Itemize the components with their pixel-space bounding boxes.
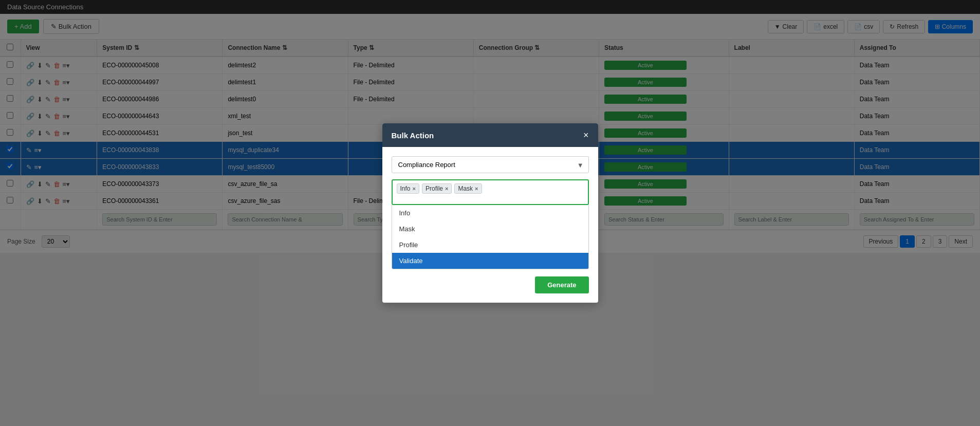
tag-remove-mask[interactable]: ×	[475, 186, 478, 192]
dropdown-item-info[interactable]: Info	[392, 205, 588, 221]
tag-label: Info	[400, 185, 411, 192]
modal-overlay: Bulk Action × Compliance Report ▼ Info ×…	[0, 0, 980, 253]
tags-input[interactable]: Info ×Profile ×Mask ×	[392, 179, 589, 205]
modal-header: Bulk Action ×	[382, 123, 598, 147]
modal-title: Bulk Action	[392, 131, 434, 140]
tag-remove-profile[interactable]: ×	[445, 186, 448, 192]
tag-remove-info[interactable]: ×	[413, 186, 416, 192]
report-type-select[interactable]: Compliance Report	[392, 156, 589, 173]
bulk-action-modal: Bulk Action × Compliance Report ▼ Info ×…	[382, 123, 598, 253]
tag-label: Profile	[426, 185, 443, 192]
modal-body: Compliance Report ▼ Info ×Profile ×Mask …	[382, 147, 598, 253]
dropdown-list: InfoMaskProfileValidate	[392, 205, 589, 253]
report-type-select-wrapper: Compliance Report ▼	[392, 156, 589, 173]
modal-close-button[interactable]: ×	[583, 131, 589, 140]
dropdown-item-mask[interactable]: Mask	[392, 221, 588, 237]
tag-profile: Profile ×	[422, 183, 452, 194]
dropdown-item-profile[interactable]: Profile	[392, 237, 588, 253]
tag-info: Info ×	[397, 183, 419, 194]
tag-mask: Mask ×	[454, 183, 482, 194]
tag-label: Mask	[458, 185, 473, 192]
